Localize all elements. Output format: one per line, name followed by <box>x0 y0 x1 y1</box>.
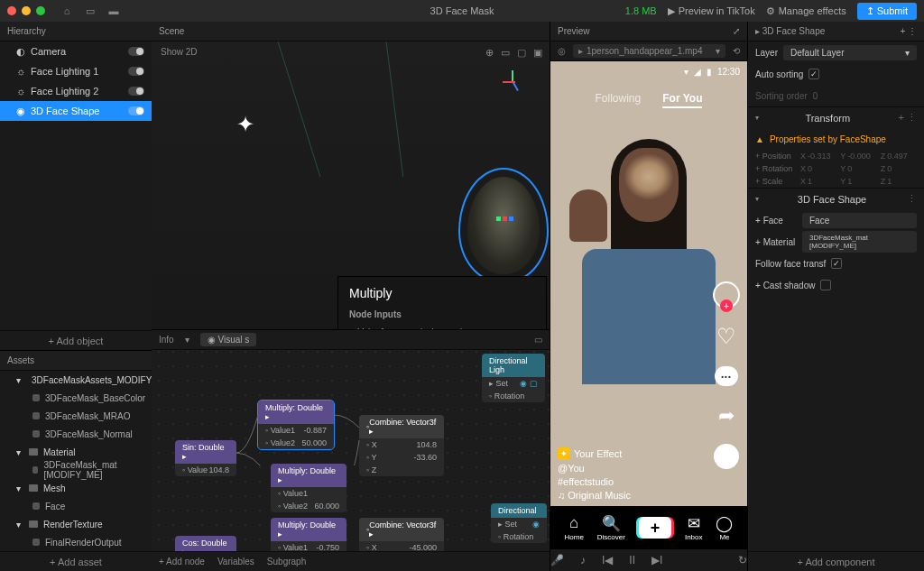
asset-file[interactable]: 3DFaceMask_Normal <box>0 425 152 443</box>
node-sin[interactable]: Sin: Double ▸ ◦ Value104.8 <box>175 440 236 476</box>
user-handle: @You <box>558 463 631 474</box>
folder-icon <box>29 484 38 492</box>
tiktok-icon[interactable]: ♪ <box>580 554 586 566</box>
preview-tiktok-link[interactable]: ▶Preview in TikTok <box>668 5 755 17</box>
avatar-follow-button[interactable] <box>713 281 740 309</box>
asset-folder[interactable]: ▾Mesh <box>0 479 152 497</box>
project-size: 1.8 MB <box>625 5 657 16</box>
scene-tool-icon[interactable]: ▭ <box>501 47 510 59</box>
nav-create[interactable]: + <box>639 517 671 539</box>
inspector-header: ▸ 3D Face Shape + ⋮ <box>748 22 924 41</box>
cast-shadow-checkbox[interactable] <box>820 280 831 290</box>
share-icon[interactable]: ➦ <box>715 404 738 428</box>
asset-file[interactable]: Face <box>0 497 152 515</box>
layer-dropdown[interactable]: Default Layer▾ <box>783 45 917 60</box>
transform-section[interactable]: Transform+ ⋮ <box>748 106 924 128</box>
titlebar: ⌂ ▭ ▬ 3D Face Mask 1.8 MB ▶Preview in Ti… <box>0 0 924 22</box>
node-combine[interactable]: ◦ Combine: Vector3f ▸ ◦ X104.8 ◦ Y-33.60… <box>359 415 444 476</box>
visibility-toggle[interactable] <box>128 47 144 56</box>
pause-icon[interactable]: II <box>629 554 635 566</box>
add-icon[interactable]: + <box>900 26 905 36</box>
submit-button[interactable]: ↥ Submit <box>857 3 917 20</box>
hashtag: #effectstudio <box>558 476 631 487</box>
hierarchy-item-light1[interactable]: ☼Face Lighting 1 <box>0 61 152 81</box>
node-multiply-selected[interactable]: Multiply: Double ▸ ◦ Value1-0.887 ◦ Valu… <box>258 401 334 449</box>
phone-preview: ▾◢▮12:30 Following For You ♡ ••• ➦ ✦Your <box>550 61 747 549</box>
subgraph-button[interactable]: Subgraph <box>267 557 306 566</box>
file-icon <box>32 412 40 419</box>
nav-home[interactable]: ⌂Home <box>564 514 583 541</box>
hierarchy-item-light2[interactable]: ☼Face Lighting 2 <box>0 81 152 101</box>
show-2d-toggle[interactable]: Show 2D <box>161 47 198 57</box>
mic-icon[interactable]: 🎤 <box>550 554 564 566</box>
graph-tool-icon[interactable]: ▭ <box>534 335 542 345</box>
visibility-toggle[interactable] <box>128 106 144 115</box>
like-icon[interactable]: ♡ <box>715 325 738 348</box>
tab-following[interactable]: Following <box>596 92 642 108</box>
visibility-toggle[interactable] <box>128 67 144 76</box>
prev-frame-icon[interactable]: I◀ <box>602 554 613 566</box>
manage-effects-link[interactable]: ⚙Manage effects <box>766 5 846 17</box>
home-icon[interactable]: ⌂ <box>61 5 72 16</box>
autosort-label: Auto sorting <box>755 69 803 79</box>
comment-icon[interactable]: ••• <box>715 364 738 388</box>
asset-folder[interactable]: ▾Material <box>0 443 152 461</box>
close-window-icon[interactable] <box>7 6 16 15</box>
add-object-button[interactable]: + Add object <box>0 330 152 350</box>
hierarchy-item-faceshape[interactable]: ◉3D Face Shape <box>0 101 152 121</box>
autosort-checkbox[interactable] <box>808 69 819 79</box>
svg-line-5 <box>386 41 422 177</box>
add-component-button[interactable]: + Add component <box>748 551 924 571</box>
music-name: ♫ Original Music <box>558 490 631 501</box>
asset-folder[interactable]: ▾RenderTexture <box>0 515 152 533</box>
nav-discover[interactable]: 🔍Discover <box>597 514 625 541</box>
visual-script-dropdown[interactable]: ◉ Visual s <box>200 333 257 346</box>
node-directional-light[interactable]: Directional ▸ Set◉ ◦ Rotation <box>491 503 547 543</box>
preview-source-dropdown[interactable]: ▸ 1person_handappear_1.mp4▾ <box>573 44 725 58</box>
cast-shadow-label: Cast shadow <box>763 281 816 290</box>
scene-tool-icon[interactable]: ▢ <box>517 47 526 59</box>
menu-icon[interactable]: ⋮ <box>908 26 917 36</box>
add-node-button[interactable]: + Add node <box>159 557 205 566</box>
grid-lines <box>152 41 422 177</box>
asset-file[interactable]: 3DFaceMask_mat [MODIFY_ME] <box>0 461 152 479</box>
face-mesh-field[interactable]: Face <box>802 213 917 228</box>
info-dropdown[interactable]: Info <box>159 335 174 345</box>
expand-icon[interactable]: ⤢ <box>733 26 740 36</box>
minimize-window-icon[interactable] <box>22 6 31 15</box>
node-graph[interactable]: Info▾ ◉ Visual s ▭ Sin: Double ▸ ◦ Value… <box>152 329 550 571</box>
nav-inbox[interactable]: ✉Inbox <box>685 514 703 541</box>
scene-tool-icon[interactable]: ⊕ <box>485 47 494 59</box>
face-mesh[interactable] <box>458 168 549 283</box>
asset-file[interactable]: 3DFaceMask_MRAO <box>0 407 152 425</box>
sound-disc-icon[interactable] <box>714 444 739 469</box>
axes-gizmo[interactable] <box>501 69 526 94</box>
tab-foryou[interactable]: For You <box>662 92 702 108</box>
faceshape-section[interactable]: 3D Face Shape⋮ <box>748 188 924 209</box>
hierarchy-item-camera[interactable]: ◐Camera <box>0 41 152 61</box>
save-icon[interactable]: ▬ <box>108 5 119 16</box>
add-asset-button[interactable]: + Add asset <box>0 551 152 571</box>
material-field[interactable]: 3DFaceMask_mat [MODIFY_ME] <box>802 231 917 253</box>
maximize-window-icon[interactable] <box>36 6 45 15</box>
scene-viewport[interactable]: Show 2D ⊕ ▭ ▢ ▣ ✦ Multiply Node Inputs V… <box>152 41 550 329</box>
document-icon[interactable]: ▭ <box>85 5 96 16</box>
node-directional-light[interactable]: Directional Ligh ▸ Set◉ ▢ ◦ Rotation <box>482 354 545 402</box>
scene-tool-icon[interactable]: ▣ <box>533 47 542 59</box>
nav-me[interactable]: ◯Me <box>716 514 733 541</box>
asset-file[interactable]: 3DFaceMask_BaseColor <box>0 389 152 407</box>
asset-file[interactable]: FinalRenderOutput <box>0 533 152 551</box>
follow-checkbox[interactable] <box>831 258 842 269</box>
next-frame-icon[interactable]: ▶I <box>651 554 662 566</box>
svg-line-4 <box>278 41 368 177</box>
sortorder-label: Sorting order <box>755 91 808 101</box>
node-multiply[interactable]: Multiply: Double ▸ ◦ Value1 ◦ Value260.0… <box>271 464 346 512</box>
visibility-toggle[interactable] <box>128 87 144 96</box>
warning-text: Properties set by FaceShape <box>770 134 886 144</box>
asset-folder[interactable]: ▾3DFaceMaskAssets_MODIFY_ME <box>0 371 152 389</box>
reset-icon[interactable]: ↻ <box>738 554 747 566</box>
variables-button[interactable]: Variables <box>217 557 254 566</box>
phone-navbar: ⌂Home 🔍Discover + ✉Inbox ◯Me <box>550 506 747 549</box>
refresh-icon[interactable]: ⟲ <box>733 46 740 56</box>
record-icon[interactable]: ◎ <box>558 46 566 56</box>
